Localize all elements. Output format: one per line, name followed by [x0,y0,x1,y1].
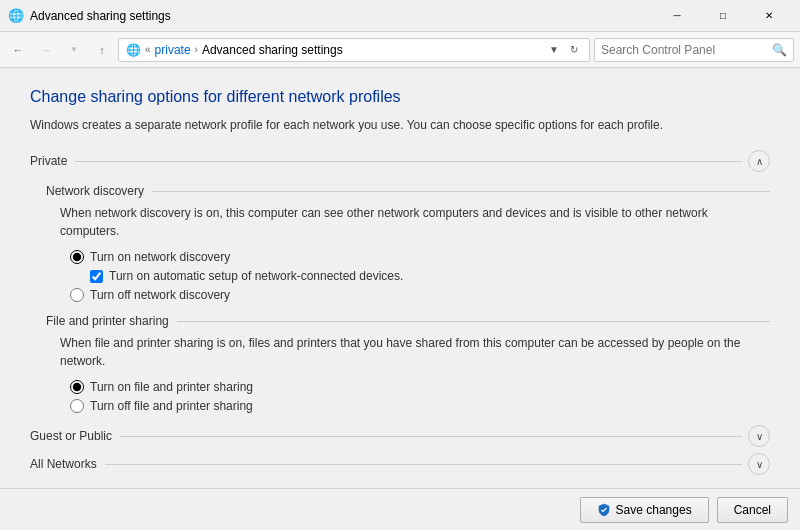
maximize-button[interactable]: □ [700,0,746,32]
fp-off-radio[interactable] [70,399,84,413]
fp-on-option[interactable]: Turn on file and printer sharing [70,380,770,394]
nd-off-radio[interactable] [70,288,84,302]
section-gp-line [120,436,742,437]
save-label: Save changes [616,503,692,517]
breadcrumb-network[interactable]: private [155,43,191,57]
nd-auto-label: Turn on automatic setup of network-conne… [109,269,403,283]
back-button[interactable]: ← [6,38,30,62]
section-all-networks: All Networks ∨ [30,453,770,475]
minimize-button[interactable]: ─ [654,0,700,32]
recent-pages-button[interactable]: ▼ [62,38,86,62]
nd-off-option[interactable]: Turn off network discovery [70,288,770,302]
subsection-nd-line [152,191,770,192]
cancel-label: Cancel [734,503,771,517]
nd-on-radio[interactable] [70,250,84,264]
section-an-line [105,464,742,465]
search-bar: 🔍 [594,38,794,62]
section-an-toggle[interactable]: ∨ [748,453,770,475]
page-title: Change sharing options for different net… [30,88,770,106]
network-icon: 🌐 [125,42,141,58]
cancel-button[interactable]: Cancel [717,497,788,523]
subsection-nd-label: Network discovery [46,184,152,198]
nd-auto-checkbox[interactable] [90,270,103,283]
nd-radio-group: Turn on network discovery Turn on automa… [70,250,770,302]
nd-on-label: Turn on network discovery [90,250,230,264]
breadcrumb-dropdown: ▼ ↻ [545,41,583,59]
close-button[interactable]: ✕ [746,0,792,32]
app-icon: 🌐 [8,8,24,24]
search-input[interactable] [601,43,768,57]
breadcrumb-separator-1: « [145,44,151,55]
title-bar: 🌐 Advanced sharing settings ─ □ ✕ [0,0,800,32]
breadcrumb-current: Advanced sharing settings [202,43,343,57]
breadcrumb-dropdown-button[interactable]: ▼ [545,41,563,59]
section-private-label: Private [30,154,75,168]
section-gp-toggle[interactable]: ∨ [748,425,770,447]
section-private-line [75,161,742,162]
page-description: Windows creates a separate network profi… [30,116,770,134]
shield-icon [597,503,611,517]
fp-radio-group: Turn on file and printer sharing Turn of… [70,380,770,413]
scroll-area: Change sharing options for different net… [0,68,800,488]
section-gp-label: Guest or Public [30,429,120,443]
search-icon[interactable]: 🔍 [772,43,787,57]
window-title: Advanced sharing settings [30,9,654,23]
save-button[interactable]: Save changes [580,497,709,523]
up-button[interactable]: ↑ [90,38,114,62]
forward-button[interactable]: → [34,38,58,62]
nd-on-option[interactable]: Turn on network discovery [70,250,770,264]
breadcrumb-bar: 🌐 « private › Advanced sharing settings … [118,38,590,62]
window-controls: ─ □ ✕ [654,0,792,32]
section-private: Private ∧ [30,150,770,172]
subsection-fp-line [177,321,770,322]
subsection-network-discovery: Network discovery [46,184,770,198]
refresh-button[interactable]: ↻ [565,41,583,59]
fp-on-label: Turn on file and printer sharing [90,380,253,394]
main-content: Change sharing options for different net… [0,68,800,488]
fp-off-option[interactable]: Turn off file and printer sharing [70,399,770,413]
nd-auto-option[interactable]: Turn on automatic setup of network-conne… [90,269,770,283]
fp-description: When file and printer sharing is on, fil… [60,334,770,370]
bottom-bar: Save changes Cancel [0,488,800,530]
nd-description: When network discovery is on, this compu… [60,204,770,240]
section-an-label: All Networks [30,457,105,471]
fp-off-label: Turn off file and printer sharing [90,399,253,413]
section-guest-public: Guest or Public ∨ [30,425,770,447]
section-private-toggle[interactable]: ∧ [748,150,770,172]
subsection-fp-label: File and printer sharing [46,314,177,328]
address-bar: ← → ▼ ↑ 🌐 « private › Advanced sharing s… [0,32,800,68]
subsection-file-printer: File and printer sharing [46,314,770,328]
breadcrumb-arrow: › [195,44,198,55]
nd-off-label: Turn off network discovery [90,288,230,302]
fp-on-radio[interactable] [70,380,84,394]
